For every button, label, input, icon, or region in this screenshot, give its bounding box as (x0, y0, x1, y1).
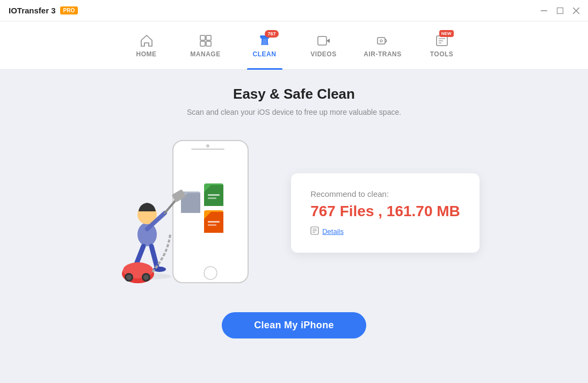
videos-icon (316, 33, 331, 48)
titlebar-left: IOTransfer 3 PRO (9, 6, 78, 15)
svg-rect-5 (206, 35, 211, 40)
clean-icon: 767 (257, 33, 272, 48)
app-title: IOTransfer 3 (9, 6, 56, 15)
minimize-button[interactable] (541, 8, 547, 14)
nav-label-manage: MANAGE (190, 50, 220, 58)
svg-rect-1 (557, 8, 563, 13)
navbar: HOME MANAGE 767 CLEAN (0, 21, 588, 70)
nav-label-home: HOME (136, 50, 157, 58)
svg-rect-7 (206, 41, 211, 46)
rec-card: Recommend to clean: 767 Files , 161.70 M… (291, 173, 480, 253)
nav-label-clean: CLEAN (253, 50, 277, 58)
airtrans-icon (375, 33, 390, 48)
main-title: Easy & Safe Clean (233, 86, 355, 102)
svg-line-38 (151, 246, 157, 267)
svg-rect-28 (208, 197, 216, 199)
svg-marker-14 (326, 39, 330, 43)
nav-item-clean[interactable]: 767 CLEAN (235, 21, 294, 70)
main-subtitle: Scan and clean your iOS device to free u… (187, 108, 401, 116)
nav-item-airtrans[interactable]: AIR-TRANS (353, 21, 412, 70)
rec-label: Recommend to clean: (310, 189, 460, 198)
nav-item-home[interactable]: HOME (117, 21, 176, 70)
content-area: Recommend to clean: 767 Files , 161.70 M… (0, 132, 588, 293)
manage-icon (198, 33, 213, 48)
svg-rect-31 (208, 224, 216, 226)
nav-item-manage[interactable]: MANAGE (176, 21, 235, 70)
nav-label-videos: VIDEOS (310, 50, 336, 58)
details-text: Details (322, 227, 344, 235)
close-button[interactable] (573, 8, 579, 14)
details-icon (310, 226, 319, 237)
svg-rect-27 (208, 194, 220, 196)
svg-point-16 (380, 40, 382, 42)
svg-point-47 (143, 275, 149, 280)
svg-point-45 (126, 275, 132, 280)
svg-rect-15 (378, 38, 385, 44)
svg-rect-6 (200, 41, 205, 46)
clean-badge: 767 (265, 30, 278, 38)
nav-label-tools: TOOLS (430, 50, 454, 58)
nav-label-airtrans: AIR-TRANS (364, 50, 402, 58)
phone-illustration (108, 132, 259, 293)
rec-details-link[interactable]: Details (310, 226, 460, 237)
nav-item-tools[interactable]: NEW TOOLS (412, 21, 471, 70)
tools-badge-new: NEW (439, 30, 454, 37)
main-content: Easy & Safe Clean Scan and clean your iO… (0, 70, 588, 383)
titlebar-controls (541, 8, 579, 14)
nav-item-videos[interactable]: VIDEOS (294, 21, 353, 70)
svg-rect-4 (200, 35, 205, 40)
illustration-svg (108, 135, 259, 291)
rec-value: 767 Files , 161.70 MB (310, 203, 460, 220)
svg-rect-13 (318, 36, 326, 45)
clean-my-iphone-button[interactable]: Clean My iPhone (222, 312, 366, 338)
titlebar: IOTransfer 3 PRO (0, 0, 588, 21)
pro-badge: PRO (60, 6, 78, 14)
home-icon (139, 33, 154, 48)
maximize-button[interactable] (557, 8, 563, 14)
tools-icon: NEW (434, 33, 449, 48)
svg-rect-30 (208, 221, 220, 223)
svg-point-23 (206, 144, 209, 148)
